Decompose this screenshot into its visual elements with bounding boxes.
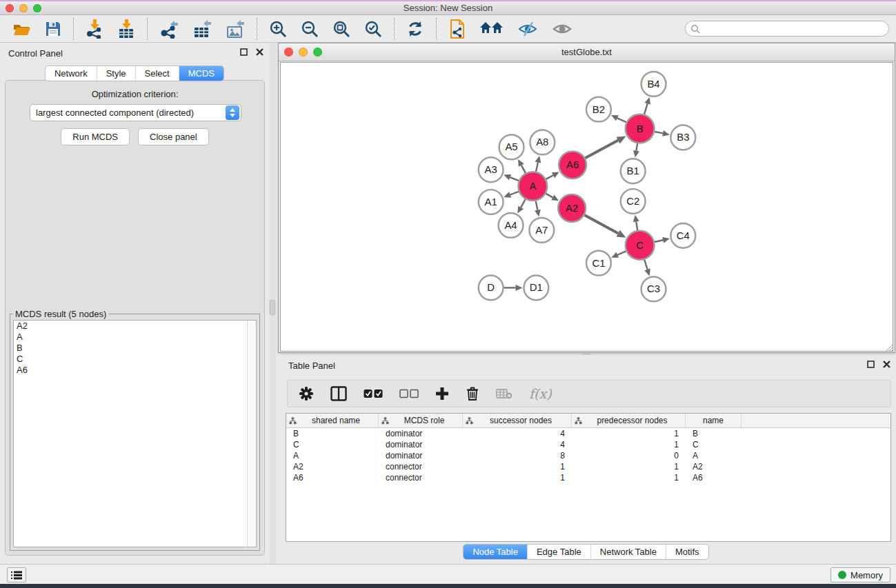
- divider-handle[interactable]: [270, 300, 275, 315]
- table-cell[interactable]: 1: [572, 429, 686, 438]
- graph-edge[interactable]: [584, 215, 618, 234]
- table-row[interactable]: A6connector11A6: [286, 472, 890, 483]
- task-history-button[interactable]: [7, 567, 26, 582]
- table-cell[interactable]: 1: [463, 473, 572, 483]
- table-row[interactable]: A2connector11A2: [286, 461, 890, 472]
- node-table[interactable]: shared nameMCDS rolesuccessor nodesprede…: [286, 413, 891, 542]
- table-cell[interactable]: C: [286, 440, 379, 449]
- resize-grip-icon[interactable]: [885, 343, 894, 352]
- add-column-icon[interactable]: [435, 387, 449, 401]
- export-table-icon[interactable]: [192, 19, 212, 39]
- table-cell[interactable]: A: [286, 451, 379, 460]
- table-cell[interactable]: 1: [463, 462, 572, 472]
- home-icon[interactable]: [480, 21, 504, 37]
- search-input[interactable]: [685, 21, 889, 37]
- table-cell[interactable]: connector: [379, 473, 463, 483]
- tab-network[interactable]: Network: [46, 66, 97, 81]
- float-panel-icon[interactable]: [867, 361, 875, 368]
- zoom-out-icon[interactable]: [301, 20, 319, 38]
- graph-edge[interactable]: [636, 222, 637, 231]
- graph-edge[interactable]: [546, 194, 552, 198]
- graph-edge[interactable]: [644, 260, 647, 270]
- deselect-all-checkboxes-icon[interactable]: [399, 389, 419, 398]
- table-cell[interactable]: B: [286, 429, 379, 438]
- graph-edge[interactable]: [546, 175, 553, 179]
- column-header-successor-nodes[interactable]: successor nodes: [463, 414, 572, 427]
- table-cell[interactable]: dominator: [379, 429, 463, 438]
- graph-edge[interactable]: [521, 165, 526, 173]
- graph-edge[interactable]: [655, 240, 663, 242]
- graph-edge[interactable]: [510, 192, 519, 195]
- mcds-result-item[interactable]: A: [14, 332, 256, 343]
- criterion-dropdown[interactable]: largest connected component (directed): [30, 104, 241, 121]
- mcds-result-item[interactable]: A2: [14, 321, 256, 332]
- table-cell[interactable]: 0: [572, 451, 686, 460]
- refresh-icon[interactable]: [406, 20, 424, 38]
- column-header-name[interactable]: name: [686, 414, 741, 427]
- export-image-icon[interactable]: [226, 19, 245, 39]
- split-divider-vertical[interactable]: [269, 43, 276, 564]
- graph-edge[interactable]: [636, 143, 637, 151]
- table-cell[interactable]: connector: [379, 462, 463, 472]
- table-cell[interactable]: 1: [572, 473, 686, 483]
- table-cell[interactable]: A6: [286, 473, 379, 483]
- table-cell[interactable]: 8: [463, 451, 572, 460]
- memory-button[interactable]: Memory: [830, 567, 890, 582]
- tab-style[interactable]: Style: [97, 66, 135, 81]
- tab-motifs[interactable]: Motifs: [666, 545, 708, 559]
- hide-details-eye-icon[interactable]: [517, 21, 538, 37]
- tab-edge-table[interactable]: Edge Table: [527, 545, 590, 559]
- graph-edge[interactable]: [536, 163, 538, 172]
- table-row[interactable]: Bdominator41B: [286, 428, 890, 439]
- column-header-mcds-role[interactable]: MCDS role: [379, 414, 463, 427]
- table-cell[interactable]: dominator: [379, 451, 463, 460]
- table-cell[interactable]: A6: [686, 473, 741, 483]
- save-icon[interactable]: [45, 21, 61, 37]
- graph-edge[interactable]: [536, 201, 538, 210]
- mcds-result-item[interactable]: C: [14, 354, 256, 365]
- document-share-icon[interactable]: [448, 19, 466, 39]
- table-cell[interactable]: dominator: [379, 440, 463, 449]
- mcds-result-item[interactable]: B: [14, 343, 256, 354]
- network-graph[interactable]: B4B2BB3A8A5A6A3B1AC2A1A2A4A7C4CC1DD1C3: [280, 62, 893, 352]
- table-cell[interactable]: 1: [572, 462, 686, 472]
- zoom-selected-icon[interactable]: [364, 20, 382, 38]
- zoom-fit-icon[interactable]: [332, 20, 350, 38]
- table-cell[interactable]: C: [686, 440, 741, 449]
- graph-edge[interactable]: [510, 177, 519, 181]
- graph-edge[interactable]: [617, 118, 626, 122]
- import-table-icon[interactable]: [117, 19, 135, 39]
- tab-network-table[interactable]: Network Table: [590, 545, 666, 559]
- table-cell[interactable]: 1: [572, 440, 686, 449]
- graph-edge[interactable]: [655, 132, 663, 133]
- mcds-result-list[interactable]: A2ABCA6: [13, 320, 257, 547]
- close-panel-button[interactable]: Close panel: [138, 128, 209, 145]
- table-cell[interactable]: A: [686, 451, 741, 460]
- gear-icon[interactable]: [299, 386, 314, 401]
- graph-edge[interactable]: [521, 199, 526, 207]
- tab-select[interactable]: Select: [135, 66, 179, 81]
- table-cell[interactable]: 4: [463, 429, 572, 438]
- table-cell[interactable]: B: [686, 429, 741, 438]
- close-panel-icon[interactable]: [256, 48, 263, 56]
- column-header-shared-name[interactable]: shared name: [286, 414, 379, 427]
- split-columns-icon[interactable]: [330, 386, 347, 401]
- trash-icon[interactable]: [466, 386, 479, 401]
- zoom-in-icon[interactable]: [269, 20, 287, 38]
- graph-edge[interactable]: [585, 141, 618, 159]
- table-cell[interactable]: 4: [463, 440, 572, 449]
- table-row[interactable]: Adominator80A: [286, 450, 890, 461]
- select-all-checkboxes-icon[interactable]: [364, 389, 383, 398]
- scrollbar[interactable]: [247, 321, 256, 547]
- column-header-predecessor-nodes[interactable]: predecessor nodes: [572, 414, 686, 427]
- tab-node-table[interactable]: Node Table: [464, 545, 527, 559]
- graph-edge[interactable]: [617, 251, 626, 254]
- graph-edge[interactable]: [644, 103, 648, 114]
- table-cell[interactable]: A2: [686, 462, 741, 472]
- import-network-icon[interactable]: [86, 19, 103, 39]
- tab-mcds[interactable]: MCDS: [179, 66, 223, 81]
- table-row[interactable]: Cdominator41C: [286, 439, 890, 450]
- export-network-icon[interactable]: [159, 19, 179, 39]
- mcds-result-item[interactable]: A6: [14, 365, 256, 376]
- float-panel-icon[interactable]: [240, 48, 248, 56]
